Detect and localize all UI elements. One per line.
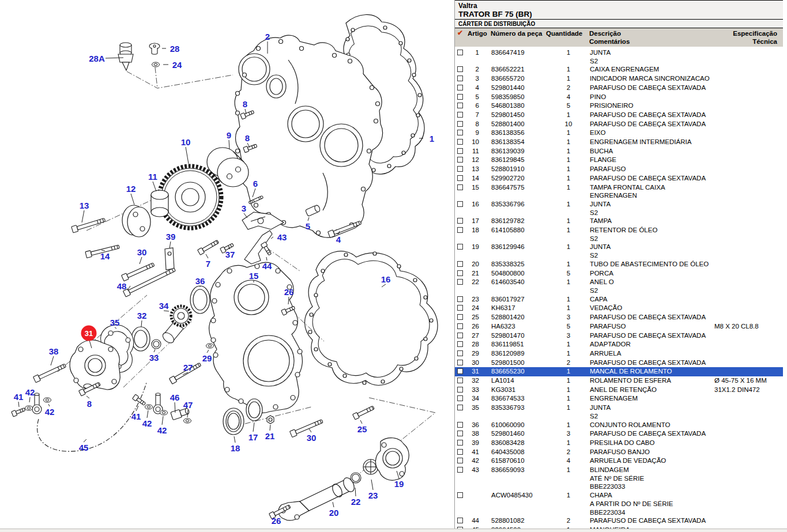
part-callout-14[interactable]: 14 [100,251,110,261]
part-callout-35[interactable]: 35 [110,318,120,327]
table-row[interactable]: 55983598504PINO [455,93,783,102]
table-row[interactable]: 438366590931BLINDAGEMATÉ Nº DE SÉRIEBBE2… [455,466,783,491]
part-callout-45[interactable]: 45 [79,443,89,452]
part-callout-16[interactable]: 16 [381,274,391,284]
part-callout-12[interactable]: 12 [126,184,136,194]
part-callout-26[interactable]: 26 [284,287,294,297]
row-checkbox[interactable] [457,492,463,498]
table-row[interactable]: 32LA10141ROLAMENTO DE ESFERAØ 45-75 X 16… [455,376,783,386]
row-checkbox[interactable] [457,341,463,347]
part-callout-32[interactable]: 32 [137,311,147,320]
part-callout-31-selected[interactable]: 31 [81,326,97,341]
table-row[interactable]: 178361297821TAMPA [455,217,783,226]
table-row[interactable]: 118361390391BUCHA [455,147,783,156]
part-callout-20[interactable]: 20 [329,508,339,518]
part-callout-7[interactable]: 7 [206,259,210,269]
part-callout-25[interactable]: 25 [357,424,367,434]
part-callout-13[interactable]: 13 [80,201,89,210]
part-callout-10[interactable]: 10 [181,137,191,147]
row-checkbox[interactable] [457,66,463,72]
part-callout-30[interactable]: 30 [307,433,317,443]
part-callout-46[interactable]: 46 [170,393,180,402]
table-row[interactable]: 275298014703PARAFUSO DE CABEÇA SEXTAVADA [455,331,783,341]
row-checkbox[interactable] [457,50,463,55]
table-row[interactable]: 238360179271CAPA [455,295,783,304]
table-row[interactable]: 385298014603PARAFUSO DE CABEÇA SEXTAVADA [455,429,783,439]
col-quantity[interactable]: Quantidade [546,29,589,46]
table-row[interactable]: 38366557201INDICADOR MARCA SINCRONIZACAO [455,74,783,84]
table-row[interactable]: 305298015002PARAFUSO DE CABEÇA SEXTAVADA [455,359,783,368]
row-checkbox[interactable] [457,261,463,267]
part-callout-15[interactable]: 15 [249,271,259,281]
row-checkbox[interactable] [457,184,463,190]
row-checkbox[interactable] [457,85,463,90]
table-row[interactable]: 416404350082PARAFUSO BANJO [455,448,783,457]
row-checkbox[interactable] [457,279,463,285]
table-row[interactable]: 445288010822PARAFUSO DE CABEÇA SEXTAVADA [455,516,783,526]
table-row[interactable]: 255288014203PARAFUSO DE CABEÇA SEXTAVADA [455,313,783,322]
row-checkbox[interactable] [457,244,463,250]
row-checkbox[interactable] [457,350,463,356]
row-checkbox[interactable] [457,422,463,428]
table-row[interactable]: 26HA63235PARAFUSOM8 X 20 CL8.8 [455,322,783,331]
part-callout-42[interactable]: 42 [45,407,55,417]
table-row[interactable]: 128361298451FLANGE [455,156,783,165]
row-checkbox[interactable] [457,405,463,410]
row-checkbox[interactable] [457,296,463,302]
table-row[interactable]: 358353367931JUNTAS2 [455,403,783,420]
row-checkbox[interactable] [457,314,463,320]
table-row[interactable]: 215048008005PORCA [455,269,783,278]
part-callout-5[interactable]: 5 [306,221,310,231]
table-row[interactable]: 18366474191JUNTAS2 [455,48,783,65]
part-callout-6[interactable]: 6 [253,179,258,188]
table-row[interactable]: 318366552301MANCAL DE ROLAMENTO [455,367,783,376]
part-callout-23[interactable]: 23 [368,491,378,500]
table-row[interactable]: 208353383251TUBO DE ABASTECIMENTO DE ÓLE… [455,260,783,269]
row-checkbox[interactable] [457,218,463,224]
row-checkbox[interactable] [457,378,463,383]
part-callout-41[interactable]: 41 [131,412,141,421]
row-checkbox[interactable] [457,305,463,311]
part-callout-17[interactable]: 17 [248,432,258,442]
col-artigo[interactable]: Artigo [468,29,491,46]
part-callout-3[interactable]: 3 [242,203,246,213]
row-checkbox[interactable] [457,148,463,154]
row-checkbox[interactable] [457,395,463,401]
part-callout-39[interactable]: 39 [166,232,176,242]
row-checkbox[interactable] [457,368,463,374]
row-checkbox[interactable] [457,323,463,329]
part-callout-26[interactable]: 26 [272,516,281,526]
table-row[interactable]: ACW04854301CHAPAA PARTIR DO Nº DE SÉRIEB… [455,491,783,516]
row-checkbox[interactable] [457,112,463,118]
part-callout-1[interactable]: 1 [430,134,434,144]
part-callout-47[interactable]: 47 [183,400,193,410]
part-callout-4[interactable]: 4 [336,235,341,244]
row-checkbox[interactable] [457,440,463,446]
row-checkbox[interactable] [457,157,463,163]
part-callout-42[interactable]: 42 [25,387,35,397]
row-checkbox[interactable] [457,333,463,338]
table-row[interactable]: 852880140010PARAFUSO DE CABEÇA SEXTAVADA [455,120,783,129]
part-callout-22[interactable]: 22 [351,497,361,507]
part-callout-8[interactable]: 8 [245,133,250,143]
table-row[interactable]: 168353367961JUNTAS2 [455,200,783,217]
row-checkbox[interactable] [457,175,463,181]
table-row[interactable]: 65468013805PRISIONEIRO [455,101,783,111]
row-checkbox[interactable] [457,449,463,455]
part-callout-34[interactable]: 34 [159,301,169,311]
col-part-number[interactable]: Número da peça [491,29,546,46]
table-row[interactable]: 198361299461JUNTAS2 [455,243,783,259]
part-callout-2[interactable]: 2 [265,32,270,41]
select-all-check-icon[interactable]: ✔ [455,29,468,46]
table-row[interactable]: 298361209891ARRUELA [455,349,783,359]
part-callout-27[interactable]: 27 [183,363,193,372]
part-callout-29[interactable]: 29 [202,353,212,363]
row-checkbox[interactable] [457,139,463,145]
table-row[interactable]: 45298014402PARAFUSO DE CABEÇA SEXTAVADA [455,84,783,93]
part-callout-41[interactable]: 41 [14,392,24,402]
row-checkbox[interactable] [457,121,463,127]
part-callout-42[interactable]: 42 [157,425,167,435]
table-row[interactable]: 24KH63171VEDAÇÃO [455,304,783,313]
part-callout-8[interactable]: 8 [243,99,247,109]
part-callout-28[interactable]: 28 [170,44,180,54]
